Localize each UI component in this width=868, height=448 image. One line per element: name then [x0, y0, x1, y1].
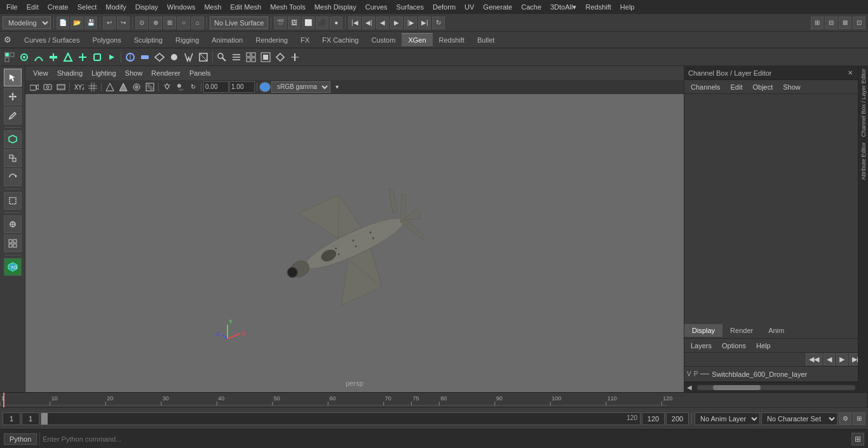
menu-create[interactable]: Create [44, 2, 72, 12]
play-back-btn[interactable]: ◀ [376, 17, 389, 29]
viewport-canvas[interactable]: X Y Z persp [25, 94, 684, 392]
tool-icon-7[interactable] [90, 50, 104, 64]
snap-tool-btn[interactable] [4, 215, 22, 233]
menu-file[interactable]: File [3, 2, 22, 12]
vp-colorprofile-arrow[interactable]: ▾ [331, 81, 342, 93]
timeline-ruler[interactable]: 110203040506070758090100110120 [0, 393, 868, 408]
layers-menu-options[interactable]: Options [718, 341, 750, 351]
scroll-track[interactable] [697, 385, 855, 390]
camera-btn[interactable]: 🎬 [274, 17, 287, 29]
vp-colorprofile-select[interactable]: sRGB gamma linear [271, 81, 330, 93]
save-scene-btn[interactable]: 💾 [85, 17, 97, 29]
tool-icon-1[interactable] [3, 50, 17, 64]
marquee-tool-btn[interactable] [4, 192, 22, 210]
vp-menu-lighting[interactable]: Lighting [88, 68, 120, 78]
cb-menu-object[interactable]: Object [749, 82, 776, 92]
render-btn[interactable]: 🖼 [288, 17, 301, 29]
tool-icon-19[interactable] [273, 50, 287, 64]
menu-generate[interactable]: Generate [479, 2, 516, 12]
select-lasso-btn[interactable]: ⊙ [135, 17, 148, 29]
tool-icon-6[interactable] [76, 50, 90, 64]
tool-icon-12[interactable] [167, 50, 181, 64]
display-tab-display[interactable]: Display [684, 324, 722, 337]
edge-tab-attribute[interactable]: Attribute Editor [860, 140, 867, 183]
undo-btn[interactable]: ↩ [103, 17, 116, 29]
move-tool-btn[interactable] [4, 88, 22, 105]
tool-icon-16[interactable] [229, 50, 243, 64]
edge-tab-channelbox[interactable]: Channel Box / Layer Editor [860, 66, 867, 140]
layer-visibility-toggle[interactable]: V [687, 370, 691, 377]
playback-speed-input[interactable] [666, 412, 689, 425]
menu-curves[interactable]: Curves [362, 2, 391, 12]
layout-btn3[interactable]: ⊠ [839, 17, 851, 29]
vp-icon-lights[interactable] [161, 81, 173, 93]
cb-menu-show[interactable]: Show [779, 82, 804, 92]
layers-prev-single-btn[interactable]: ◀ [824, 353, 835, 365]
python-input[interactable] [39, 432, 849, 446]
prev-key-btn[interactable]: ◀| [362, 17, 375, 29]
tool-icon-2[interactable] [17, 50, 31, 64]
select-lasso2-btn[interactable]: ○ [177, 17, 190, 29]
layers-next-single-btn[interactable]: ▶ [836, 353, 848, 365]
new-scene-btn[interactable]: 📄 [57, 17, 69, 29]
menu-deform[interactable]: Deform [429, 2, 459, 12]
vp-colorspace-indicator[interactable] [259, 82, 271, 92]
hex-tool-btn[interactable] [4, 130, 22, 148]
select-marquee-btn[interactable]: ⊞ [163, 17, 176, 29]
menu-select[interactable]: Select [74, 2, 101, 12]
tab-fx[interactable]: FX [294, 34, 316, 46]
settings-gear-icon[interactable]: ⚙ [0, 32, 15, 47]
vp-icon-shaded[interactable] [117, 81, 130, 93]
menu-mesh-display[interactable]: Mesh Display [311, 2, 360, 12]
select-paint-btn[interactable]: ⊕ [149, 17, 162, 29]
menu-edit[interactable]: Edit [23, 2, 43, 12]
vp-icon-smooth[interactable] [130, 81, 143, 93]
anim-layer-select[interactable]: No Anim Layer [695, 412, 760, 425]
char-set-btn1[interactable]: ⚙ [839, 412, 851, 425]
tab-bullet[interactable]: Bullet [471, 34, 501, 46]
vp-menu-shading[interactable]: Shading [53, 68, 86, 78]
transform-tool-btn[interactable] [4, 149, 22, 167]
scroll-thumb[interactable] [713, 385, 761, 390]
tab-rendering[interactable]: Rendering [249, 34, 294, 46]
paint-tool-btn[interactable] [4, 107, 22, 125]
vp-icon-shadow[interactable] [174, 81, 187, 93]
tool-icon-10[interactable] [138, 50, 152, 64]
menu-cache[interactable]: Cache [517, 2, 545, 12]
live-surface-btn[interactable]: No Live Surface [210, 17, 268, 29]
vp-icon-xyz[interactable]: XYZ [72, 81, 86, 93]
tab-redshift[interactable]: Redshift [433, 34, 471, 46]
layout-btn4[interactable]: ⊡ [853, 17, 865, 29]
render3-btn[interactable]: ⬛ [316, 17, 329, 29]
layout-btn1[interactable]: ⊞ [811, 17, 824, 29]
layout-btn2[interactable]: ⊟ [825, 17, 837, 29]
playhead[interactable] [3, 393, 4, 408]
frame-slider-thumb[interactable] [41, 413, 48, 424]
go-end-btn[interactable]: ▶| [418, 17, 431, 29]
render2-btn[interactable]: ⬜ [302, 17, 315, 29]
vp-menu-renderer[interactable]: Renderer [147, 68, 184, 78]
vp-exposure-input[interactable] [229, 81, 255, 93]
tab-animation[interactable]: Animation [205, 34, 249, 46]
cb-menu-edit[interactable]: Edit [726, 82, 746, 92]
menu-modify[interactable]: Modify [102, 2, 130, 12]
tool-icon-20[interactable] [288, 50, 302, 64]
tool-icon-4[interactable] [46, 50, 60, 64]
tool-icon-5[interactable] [61, 50, 75, 64]
tool-icon-14[interactable] [196, 50, 210, 64]
circle-btn[interactable]: ● [330, 17, 342, 29]
menu-3dtool[interactable]: 3DtoAll▾ [546, 2, 580, 13]
layer-playback-toggle[interactable]: P [694, 370, 698, 377]
display-tab-render[interactable]: Render [722, 324, 761, 337]
tool-icon-9[interactable] [123, 50, 137, 64]
menu-uv[interactable]: UV [461, 2, 478, 12]
tab-fx-caching[interactable]: FX Caching [316, 34, 365, 46]
menu-mesh[interactable]: Mesh [200, 2, 225, 12]
menu-windows[interactable]: Windows [163, 2, 200, 12]
open-scene-btn[interactable]: 📂 [71, 17, 83, 29]
frame-current-input[interactable] [22, 412, 39, 425]
layers-menu-layers[interactable]: Layers [687, 341, 715, 351]
vp-icon-wireframe[interactable] [104, 81, 116, 93]
vp-menu-show[interactable]: Show [121, 68, 147, 78]
snap-point-btn[interactable]: ⌂ [191, 17, 204, 29]
